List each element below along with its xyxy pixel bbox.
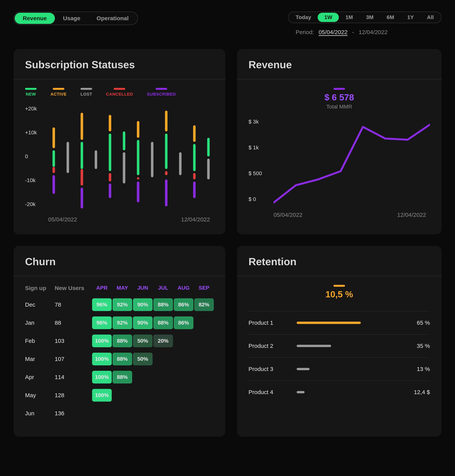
section-tab-revenue[interactable]: Revenue <box>15 13 55 24</box>
retention-bar-fill <box>297 368 309 370</box>
section-tab-operational[interactable]: Operational <box>89 13 137 24</box>
status-segment-new <box>109 133 111 171</box>
revenue-y-axis: $ 3k$ 1k$ 500$ 0 <box>249 118 274 206</box>
status-segment-subscribed <box>193 181 195 198</box>
churn-col-newusers: New Users <box>55 285 91 291</box>
churn-row: Feb103100%88%50%20% <box>25 335 214 347</box>
retention-row-label: Product 3 <box>249 366 291 372</box>
retention-row-label: Product 4 <box>249 389 291 395</box>
status-column <box>62 105 73 208</box>
churn-cell: 88% <box>113 371 132 384</box>
retention-row: Product 412,4 $ <box>249 380 430 403</box>
status-segment-new <box>165 133 167 169</box>
churn-row: May128100% <box>25 389 214 402</box>
status-segment-subscribed <box>137 181 139 202</box>
status-segment-lost <box>66 142 69 173</box>
y-tick: -10k <box>25 177 48 183</box>
status-column <box>146 105 158 208</box>
status-column <box>76 105 87 208</box>
status-column <box>175 105 186 208</box>
churn-row-label: Feb <box>25 338 54 344</box>
retention-bar-fill <box>297 322 361 324</box>
retention-swatch-icon <box>333 285 345 287</box>
status-x-start: 05/04/2022 <box>48 216 77 223</box>
status-segment-subscribed <box>109 183 111 198</box>
churn-col-month: MAY <box>113 285 132 291</box>
legend-label: ACTIVE <box>50 92 67 97</box>
churn-cell: 92% <box>113 298 132 311</box>
churn-col-month: JUL <box>153 285 173 291</box>
status-segment-active <box>52 127 55 148</box>
status-column <box>132 105 144 208</box>
status-column <box>189 105 200 208</box>
legend-item-lost: LOST <box>81 88 92 97</box>
status-column <box>203 105 214 208</box>
range-tab-all[interactable]: All <box>420 13 440 22</box>
churn-row-users: 136 <box>55 410 91 417</box>
status-column <box>104 105 115 208</box>
section-tab-usage[interactable]: Usage <box>55 13 89 24</box>
retention-row: Product 235 % <box>249 334 430 357</box>
status-column <box>90 105 101 208</box>
churn-row-users: 114 <box>55 374 91 380</box>
card-title: Retention <box>249 255 430 268</box>
retention-row: Product 313 % <box>249 357 430 380</box>
churn-cell: 96% <box>92 316 112 329</box>
churn-cell: 90% <box>133 316 153 329</box>
revenue-sublabel: Total MMR <box>326 104 352 110</box>
status-segment-new <box>81 142 83 169</box>
churn-row-label: Apr <box>25 374 54 380</box>
churn-row: Jan8896%92%90%88%86% <box>25 316 214 329</box>
status-column <box>48 105 59 208</box>
churn-cell: 100% <box>92 335 112 347</box>
status-column <box>118 105 130 208</box>
churn-col-month: AUG <box>174 285 193 291</box>
divider <box>237 79 441 79</box>
y-tick: $ 3k <box>249 119 274 125</box>
time-range-tabs: Today1W1M3M6M1YAll <box>288 12 441 23</box>
legend-label: LOST <box>81 92 92 97</box>
status-legend: NEWACTIVELOSTCANCELLEDSUBSCRIBED <box>25 88 214 97</box>
churn-cell: 88% <box>113 353 132 365</box>
status-segment-cancelled <box>165 171 167 175</box>
retention-card: Retention 10,5 % Product 165 %Product 23… <box>237 246 441 437</box>
range-tab-3m[interactable]: 3M <box>359 13 380 22</box>
y-tick: $ 0 <box>249 196 274 202</box>
period-separator: - <box>352 29 354 35</box>
retention-headline: 10,5 % <box>325 289 353 299</box>
churn-cell: 86% <box>174 316 193 329</box>
status-y-axis: +20k+10k0-10k-20k <box>25 105 48 208</box>
retention-row-label: Product 2 <box>249 343 291 349</box>
churn-col-month: JUN <box>133 285 153 291</box>
period-start-date[interactable]: 05/04/2022 <box>319 29 348 35</box>
status-segment-new <box>193 144 195 171</box>
status-segment-lost <box>179 152 181 175</box>
retention-bar-track <box>297 345 395 347</box>
retention-bar-fill <box>297 391 305 393</box>
legend-swatch-icon <box>114 88 125 90</box>
range-tab-1w[interactable]: 1W <box>318 13 339 22</box>
legend-item-active: ACTIVE <box>50 88 67 97</box>
range-tab-1y[interactable]: 1Y <box>401 13 420 22</box>
y-tick: 0 <box>25 153 48 160</box>
churn-cell: 88% <box>153 298 173 311</box>
legend-item-new: NEW <box>25 88 37 97</box>
legend-label: SUBSCRIBED <box>147 92 176 97</box>
legend-item-subscribed: SUBSCRIBED <box>147 88 176 97</box>
legend-swatch-icon <box>81 88 92 90</box>
status-plot <box>48 105 214 208</box>
retention-row-value: 13 % <box>401 366 430 372</box>
status-segment-active <box>109 115 111 131</box>
period-end-date: 12/04/2022 <box>359 29 388 35</box>
status-x-end: 12/04/2022 <box>181 216 210 223</box>
revenue-card: Revenue $ 6 578 Total MMR $ 3k$ 1k$ 500$… <box>237 49 441 234</box>
range-tab-6m[interactable]: 6M <box>380 13 401 22</box>
status-segment-cancelled <box>81 169 83 186</box>
retention-row-value: 35 % <box>401 343 430 349</box>
revenue-x-end: 12/04/2022 <box>397 212 426 218</box>
range-tab-1m[interactable]: 1M <box>339 13 359 22</box>
churn-cell: 100% <box>92 389 112 402</box>
churn-cell: 50% <box>133 335 153 347</box>
range-tab-today[interactable]: Today <box>289 13 318 22</box>
revenue-amount: $ 6 578 <box>325 92 354 103</box>
